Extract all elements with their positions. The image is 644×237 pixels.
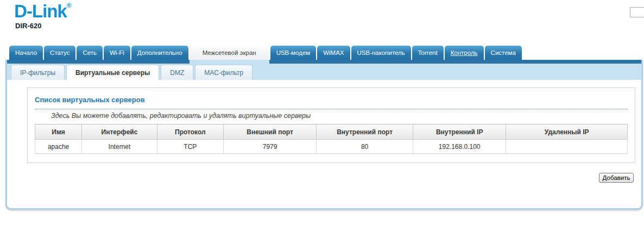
table-cell: 192.168.0.100	[413, 140, 506, 154]
content-panel: IP-фильтрыВиртуальные серверыDMZMAC-филь…	[5, 60, 643, 210]
table-cell: 80	[317, 140, 413, 154]
language-select[interactable]	[630, 7, 644, 17]
main-tab[interactable]: Дополнительно	[131, 46, 188, 60]
main-tab[interactable]: Начало	[9, 46, 43, 60]
main-tab[interactable]: Статус	[44, 46, 75, 60]
registered-trademark: ®	[67, 2, 72, 9]
table-header-row: ИмяИнтерфейсПротоколВнешний портВнутренн…	[35, 124, 628, 140]
column-header: Внутренний порт	[317, 124, 413, 140]
virtual-servers-table: ИмяИнтерфейсПротоколВнешний портВнутренн…	[35, 124, 628, 154]
section-title: Список виртуальных серверов	[35, 96, 628, 109]
sub-tab-bar: IP-фильтрыВиртуальные серверыDMZMAC-филь…	[7, 64, 641, 80]
main-tab[interactable]: Wi-Fi	[104, 46, 130, 60]
main-tab[interactable]: Контроль	[445, 46, 484, 60]
tab-underline-strip	[7, 60, 641, 64]
table-cell: apache	[35, 140, 82, 154]
column-header: Внутренний IP	[413, 124, 506, 140]
table-cell: Internet	[82, 140, 157, 154]
main-tab-bar: НачалоСтатусСетьWi-FiДополнительноМежсет…	[9, 46, 523, 60]
sub-tab[interactable]: MAC-фильтр	[195, 65, 252, 80]
table-cell	[506, 140, 628, 154]
column-header: Имя	[35, 124, 82, 140]
section-description: Здесь Вы можете добавлять, редактировать…	[35, 112, 628, 120]
sub-tab[interactable]: Виртуальные серверы	[66, 65, 159, 80]
table-cell: 7979	[223, 140, 316, 154]
dlink-logo: D-Link®	[14, 1, 72, 22]
main-tab[interactable]: Система	[485, 46, 522, 60]
virtual-servers-box: Список виртуальных серверов Здесь Вы мож…	[27, 88, 635, 163]
main-tab[interactable]: Torrent	[412, 46, 444, 60]
main-tab[interactable]: Сеть	[77, 46, 103, 60]
main-tab[interactable]: Межсетевой экран	[190, 46, 269, 60]
table-cell: TCP	[157, 140, 223, 154]
sub-tab[interactable]: DMZ	[161, 65, 193, 80]
column-header: Интерфейс	[82, 124, 157, 140]
model-label: DIR-620	[15, 22, 41, 30]
column-header: Протокол	[157, 124, 223, 140]
sub-tab[interactable]: IP-фильтры	[11, 65, 65, 80]
main-tab[interactable]: USB-накопитель	[351, 46, 411, 60]
dlink-logo-text: D-Link	[14, 1, 67, 21]
main-tab[interactable]: WiMAX	[317, 46, 350, 60]
table-row[interactable]: apacheInternetTCP797980192.168.0.100	[35, 140, 628, 154]
main-tab[interactable]: USB-модем	[270, 46, 317, 60]
add-button[interactable]: Добавить	[599, 173, 634, 183]
column-header: Удаленный IP	[506, 124, 628, 140]
column-header: Внешний порт	[223, 124, 316, 140]
